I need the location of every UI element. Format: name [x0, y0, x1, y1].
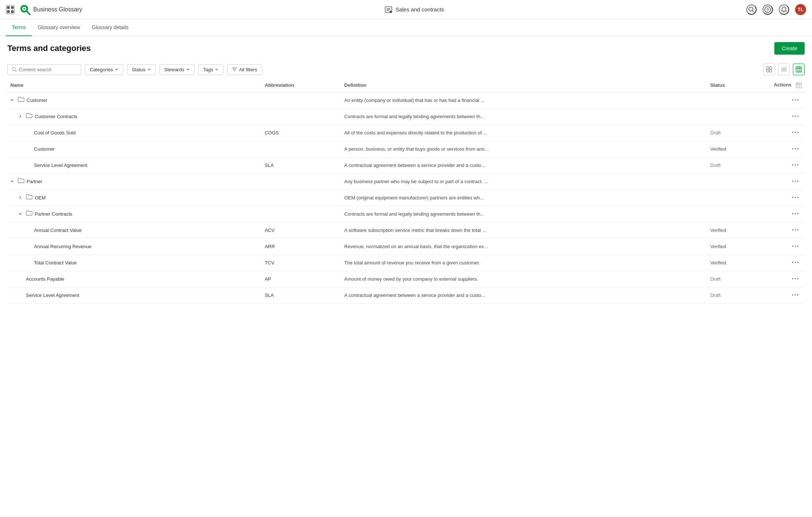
row-name: Annual Recurring Revenue	[34, 244, 92, 249]
more-actions-button[interactable]: ···	[789, 209, 802, 218]
all-filters-button[interactable]: All filters	[227, 64, 262, 75]
qlik-logo: Business Glossary	[19, 4, 82, 16]
table-view-button[interactable]	[793, 64, 805, 75]
list-view-button[interactable]	[778, 64, 790, 75]
table-row: OEMOEM (original equipment manufacturer)…	[7, 189, 805, 206]
chevron-down-icon	[186, 68, 190, 71]
row-abbreviation	[262, 141, 341, 157]
filter-icon	[232, 67, 237, 72]
row-abbreviation	[262, 206, 341, 222]
table-row: Cost of Goods SoldCOGSAll of the costs a…	[7, 124, 805, 141]
glossary-icon	[384, 6, 393, 14]
row-status: Draft	[707, 124, 771, 141]
row-abbreviation	[262, 108, 341, 124]
row-actions: ···	[771, 254, 805, 271]
row-definition: A contractual agreement between a servic…	[344, 162, 485, 168]
row-definition: Any business partner who may be subject …	[344, 179, 488, 184]
table-row: Service Level AgreementSLAA contractual …	[7, 157, 805, 173]
more-actions-button[interactable]: ···	[789, 291, 802, 299]
row-name: Cost of Goods Sold	[34, 130, 76, 136]
search-box[interactable]	[7, 64, 81, 75]
chevron-down-icon	[215, 68, 219, 71]
row-status: Verified	[707, 222, 771, 238]
row-name: Partner	[27, 179, 42, 184]
column-header-name: Name	[7, 78, 262, 92]
glossary-selector[interactable]: Sales and contracts	[384, 6, 444, 14]
view-controls	[763, 64, 805, 75]
folder-icon	[26, 194, 32, 201]
row-abbreviation	[262, 173, 341, 189]
tags-filter[interactable]: Tags	[198, 64, 223, 75]
row-name: Service Level Agreement	[26, 292, 79, 298]
row-actions: ···	[771, 124, 805, 141]
row-actions: ···	[771, 173, 805, 189]
expand-collapse-chevron[interactable]	[10, 98, 16, 102]
categories-filter[interactable]: Categories	[85, 64, 123, 75]
row-definition: All of the costs and expenses directly r…	[344, 130, 487, 136]
expand-collapse-chevron[interactable]	[18, 114, 24, 118]
filter-bar: Categories Status Stewards Tags All filt…	[0, 61, 812, 78]
tab-glossary-overview[interactable]: Glossary overview	[32, 19, 86, 36]
svg-rect-23	[770, 67, 772, 69]
row-actions: ···	[771, 287, 805, 303]
row-status	[707, 206, 771, 222]
expand-collapse-chevron[interactable]	[10, 179, 16, 183]
more-actions-button[interactable]: ···	[789, 193, 802, 202]
row-definition: OEM (original equipment manufacturer) pa…	[344, 195, 484, 201]
more-actions-button[interactable]: ···	[789, 161, 802, 170]
more-actions-button[interactable]: ···	[789, 177, 802, 186]
more-actions-button[interactable]: ···	[789, 258, 802, 267]
more-actions-button[interactable]: ···	[789, 144, 802, 153]
table-row: Service Level AgreementSLAA contractual …	[7, 287, 805, 303]
table-header-row: Name Abbreviation Definition Status Acti…	[7, 78, 805, 92]
row-name: Customer Contracts	[35, 114, 78, 119]
notifications-button[interactable]	[779, 4, 789, 15]
row-actions: ···	[771, 92, 805, 108]
status-filter[interactable]: Status	[127, 64, 156, 75]
more-actions-button[interactable]: ···	[789, 128, 802, 137]
row-definition: A person, business, or entity that buys …	[344, 146, 489, 152]
row-definition: Amount of money owed by your company to …	[344, 276, 478, 282]
tab-glossary-details[interactable]: Glossary details	[86, 19, 135, 36]
expand-collapse-chevron[interactable]	[18, 212, 24, 216]
column-header-abbreviation: Abbreviation	[262, 78, 341, 92]
row-actions: ···	[771, 157, 805, 173]
row-actions: ···	[771, 271, 805, 287]
svg-text:?: ?	[767, 7, 769, 12]
row-abbreviation	[262, 92, 341, 108]
row-abbreviation: ACV	[262, 222, 341, 238]
search-button[interactable]	[746, 4, 757, 15]
stewards-filter[interactable]: Stewards	[160, 64, 195, 75]
column-chooser-icon[interactable]	[796, 82, 802, 88]
more-actions-button[interactable]: ···	[789, 226, 802, 234]
row-name: Service Level Agreement	[34, 162, 88, 168]
table-row: Annual Contract ValueACVA software subsc…	[7, 222, 805, 238]
row-abbreviation: COGS	[262, 124, 341, 141]
more-actions-button[interactable]: ···	[789, 242, 802, 251]
row-name: Total Contract Value	[34, 260, 77, 266]
row-name: OEM	[35, 195, 46, 201]
help-button[interactable]: ?	[763, 4, 773, 15]
row-abbreviation	[262, 189, 341, 206]
tab-terms[interactable]: Terms	[6, 19, 32, 36]
app-grid-button[interactable]	[6, 5, 15, 14]
folder-icon	[18, 178, 24, 185]
row-actions: ···	[771, 238, 805, 254]
glossary-name: Sales and contracts	[395, 6, 444, 13]
svg-rect-2	[7, 10, 10, 13]
nav-right: ? TL	[746, 4, 806, 15]
svg-rect-3	[11, 10, 14, 13]
more-actions-button[interactable]: ···	[789, 274, 802, 283]
row-definition: A contractual agreement between a servic…	[344, 292, 485, 298]
row-status: Draft	[707, 271, 771, 287]
row-actions: ···	[771, 206, 805, 222]
grid-view-button[interactable]	[763, 64, 775, 75]
expand-collapse-chevron[interactable]	[18, 196, 24, 199]
sub-tabs: Terms Glossary overview Glossary details	[0, 19, 812, 36]
row-status	[707, 189, 771, 206]
user-avatar[interactable]: TL	[795, 4, 806, 15]
more-actions-button[interactable]: ···	[789, 96, 802, 105]
search-input[interactable]	[19, 67, 71, 72]
more-actions-button[interactable]: ···	[789, 112, 802, 121]
create-button[interactable]: Create	[774, 42, 805, 55]
